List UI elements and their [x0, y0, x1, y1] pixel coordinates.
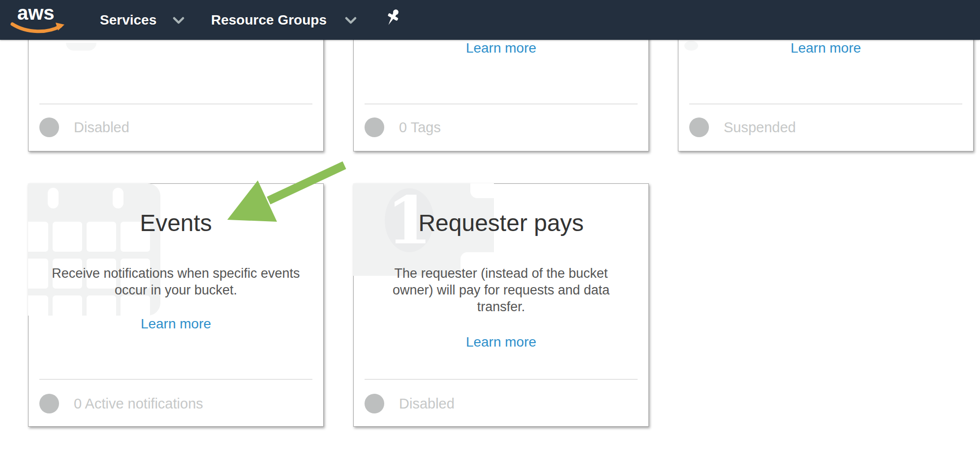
- status-dot: [689, 117, 709, 137]
- aws-logo[interactable]: aws: [17, 1, 71, 38]
- pin-favorites-button[interactable]: [381, 7, 404, 32]
- card-description: The requester (instead of the bucket own…: [354, 265, 648, 315]
- learn-more-link[interactable]: Learn more: [354, 41, 648, 56]
- aws-console-page: { "nav": { "logo_text": "aws", "services…: [0, 0, 980, 468]
- card-title: Events: [29, 209, 323, 237]
- status-dot: [39, 117, 59, 137]
- property-card-partial-disabled[interactable]: Disabled: [28, 29, 324, 151]
- learn-more-link[interactable]: Learn more: [354, 335, 648, 350]
- status-label: 0 Tags: [399, 119, 441, 136]
- property-card-partial-tags[interactable]: Learn more 0 Tags: [353, 29, 649, 151]
- description-line: occur in your bucket.: [29, 282, 323, 298]
- status-label: Disabled: [399, 396, 455, 412]
- card-status-row: Disabled: [365, 394, 455, 413]
- top-nav-bar: aws Services Resource Groups: [0, 0, 980, 40]
- nav-resource-groups[interactable]: Resource Groups: [211, 0, 354, 40]
- learn-more-link[interactable]: Learn more: [29, 317, 323, 331]
- chevron-down-icon: [173, 16, 184, 25]
- card-divider: [39, 379, 312, 380]
- card-status-row: 0 Active notifications: [39, 394, 203, 413]
- card-divider: [39, 104, 312, 104]
- status-dot: [39, 394, 59, 413]
- nav-services[interactable]: Services: [100, 0, 191, 40]
- faded-icon-remnant: [66, 43, 96, 51]
- card-status-row: Suspended: [689, 117, 796, 137]
- nav-resource-groups-label: Resource Groups: [211, 12, 327, 28]
- card-divider: [365, 379, 638, 380]
- property-card-events[interactable]: Events Receive notifications when specif…: [28, 183, 324, 427]
- card-divider: [689, 104, 962, 104]
- description-line: The requester (instead of the bucket: [354, 265, 648, 282]
- pushpin-icon: [381, 7, 404, 32]
- nav-services-label: Services: [100, 12, 156, 28]
- description-line: owner) will pay for requests and data: [354, 282, 648, 298]
- status-dot: [365, 394, 384, 413]
- chevron-down-icon: [345, 16, 357, 25]
- property-card-partial-suspended[interactable]: Learn more Suspended: [678, 29, 974, 151]
- description-line: Receive notifications when specific even…: [29, 265, 323, 282]
- card-divider: [365, 104, 638, 104]
- learn-more-link[interactable]: Learn more: [678, 41, 973, 56]
- status-label: 0 Active notifications: [74, 396, 203, 412]
- status-dot: [365, 117, 384, 137]
- card-status-row: 0 Tags: [365, 117, 441, 137]
- status-label: Disabled: [74, 119, 129, 136]
- description-line: transfer.: [354, 298, 648, 315]
- aws-logo-text: aws: [17, 2, 55, 24]
- property-card-requester-pays[interactable]: 1 Requester pays The requester (instead …: [353, 183, 649, 427]
- status-label: Suspended: [724, 119, 796, 136]
- card-title: Requester pays: [354, 209, 648, 237]
- aws-smile-icon: [9, 22, 66, 35]
- card-status-row: Disabled: [39, 117, 129, 137]
- card-description: Receive notifications when specific even…: [29, 265, 323, 298]
